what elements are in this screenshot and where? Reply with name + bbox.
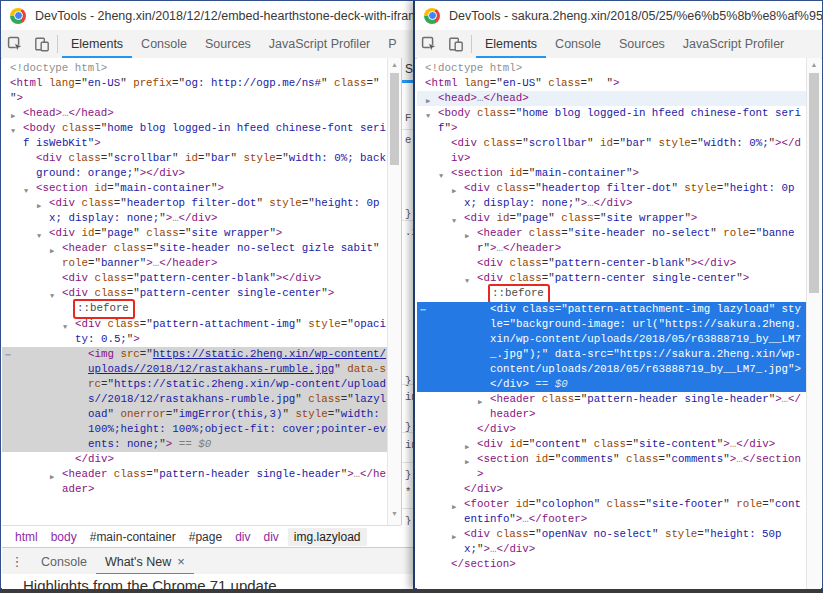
dom-tree-line[interactable]: ▼<section id="main-container"> bbox=[417, 166, 806, 181]
dom-tree-line[interactable]: <html lang="en-US" prefix="og: http://og… bbox=[2, 76, 387, 106]
code-token: </head> bbox=[68, 107, 113, 119]
expand-arrow-icon[interactable]: ▶ bbox=[452, 500, 456, 515]
close-icon[interactable]: × bbox=[177, 557, 185, 567]
code-token: pattern-attachment-img bbox=[153, 318, 296, 330]
code-token: class bbox=[477, 107, 509, 119]
expand-arrow-icon[interactable]: ▶ bbox=[465, 229, 469, 244]
inspect-element-button[interactable] bbox=[415, 30, 442, 58]
expand-arrow-icon[interactable]: ▶ bbox=[478, 395, 482, 410]
code-token: </div> bbox=[697, 257, 736, 269]
code-token: class bbox=[561, 212, 593, 224]
code-token: > bbox=[451, 122, 457, 134]
dom-tree-line[interactable]: ▶<header class="site-header no-select gi… bbox=[2, 241, 387, 271]
tab-javascript-profiler[interactable]: JavaScript Profiler bbox=[674, 30, 793, 58]
dom-tree-line[interactable]: ▶<div class="headertop filter-dot" style… bbox=[417, 181, 806, 211]
dom-tree-line[interactable]: ▼<section id="main-container"> bbox=[2, 181, 387, 196]
dom-tree-line[interactable]: ▶<div class="headertop filter-dot" style… bbox=[2, 196, 387, 226]
code-token: page bbox=[522, 212, 548, 224]
dom-tree-line[interactable]: ▶<section id="comments" class="comments"… bbox=[417, 452, 806, 482]
dom-tree-line[interactable]: ::before bbox=[2, 301, 387, 317]
code-token: id bbox=[496, 212, 509, 224]
expand-arrow-icon[interactable]: ▶ bbox=[50, 470, 54, 485]
dom-tree-line[interactable]: ▼<div class="pattern-center single-cente… bbox=[417, 271, 806, 286]
collapse-arrow-icon[interactable]: ▼ bbox=[11, 124, 15, 139]
tab-sources[interactable]: Sources bbox=[610, 30, 674, 58]
code-token: <header bbox=[62, 242, 107, 254]
code-token: =" bbox=[302, 197, 315, 209]
tab-javascript-profiler[interactable]: JavaScript Profiler bbox=[260, 30, 379, 58]
expand-arrow-icon[interactable]: ▶ bbox=[452, 184, 456, 199]
tab-console[interactable]: Console bbox=[32, 548, 96, 575]
dom-tree-line[interactable]: ▶<header class="pattern-header single-he… bbox=[2, 467, 387, 497]
expand-arrow-icon[interactable]: ▶ bbox=[37, 199, 41, 214]
tab-sources[interactable]: Sources bbox=[196, 30, 260, 58]
collapse-arrow-icon[interactable]: ▼ bbox=[426, 109, 430, 124]
code-token: style bbox=[308, 318, 340, 330]
dom-tree-line[interactable]: ▶<div id="content" class="site-content">… bbox=[417, 437, 806, 452]
dom-tree-line[interactable]: ⋯<div class="pattern-attachment-img lazy… bbox=[417, 302, 806, 392]
code-token: pattern-center single-center bbox=[140, 287, 321, 299]
styles-pane-fragment: } bbox=[405, 469, 411, 481]
dom-tree-line[interactable]: </section> bbox=[417, 557, 806, 572]
breadcrumb-item[interactable]: img.lazyload bbox=[288, 528, 367, 546]
dom-tree-line[interactable]: </div> bbox=[417, 422, 806, 437]
scroll-up-icon[interactable]: ▲ bbox=[388, 61, 401, 68]
breadcrumb-item[interactable]: html bbox=[15, 530, 38, 544]
dom-tree-line[interactable]: ▼<div id="page" class="site wrapper"> bbox=[417, 211, 806, 226]
tab-label: Sources bbox=[619, 37, 665, 51]
dom-tree-line[interactable]: </div> bbox=[2, 452, 387, 467]
dom-tree-line[interactable]: <!doctype html> bbox=[2, 61, 387, 76]
dom-tree-line[interactable]: <!doctype html> bbox=[417, 61, 806, 76]
dom-tree-line[interactable]: ⋯<img src="https://static.2heng.xin/wp-c… bbox=[2, 347, 387, 452]
tab-elements[interactable]: Elements bbox=[62, 30, 132, 58]
scroll-up-icon[interactable]: ▲ bbox=[807, 61, 821, 68]
tab-styles-partial[interactable]: S bbox=[405, 62, 413, 76]
dom-tree-line[interactable]: <div class="pattern-center-blank"></div> bbox=[417, 256, 806, 271]
dom-tree-line[interactable]: ▼<div class="pattern-attachment-img" sty… bbox=[2, 317, 387, 347]
code-token: =" bbox=[341, 318, 354, 330]
tab-what-s-new[interactable]: What's New× bbox=[96, 548, 194, 575]
breadcrumb-item[interactable]: body bbox=[51, 530, 77, 544]
expand-arrow-icon[interactable]: ▶ bbox=[50, 244, 54, 259]
code-token: " bbox=[172, 152, 185, 164]
left-tree-scrollbar[interactable]: ▲ ▼ bbox=[387, 58, 401, 525]
breadcrumb-item[interactable]: div bbox=[235, 530, 250, 544]
tab-p[interactable]: P bbox=[379, 30, 405, 58]
right-tree-scrollbar[interactable]: ▲ bbox=[806, 58, 821, 589]
dom-tree-line[interactable]: <div class="pattern-center-blank"></div> bbox=[2, 271, 387, 286]
dom-tree-line[interactable]: ::before bbox=[417, 286, 806, 302]
dom-tree-line[interactable]: ▶<div class="openNav no-select" style="h… bbox=[417, 527, 806, 557]
scrollbar-thumb[interactable] bbox=[809, 73, 819, 293]
scrollbar-thumb[interactable] bbox=[390, 73, 399, 165]
code-token: </div> bbox=[75, 453, 114, 465]
expand-arrow-icon[interactable]: ▶ bbox=[465, 455, 469, 470]
drawer-menu-icon[interactable]: ⋮ bbox=[2, 548, 32, 575]
dom-tree-line[interactable]: <div class="scrollbar" id="bar" style="w… bbox=[2, 151, 387, 181]
dom-tree-line[interactable]: ▼<body class="home blog logged-in hfeed … bbox=[417, 106, 806, 136]
code-token: <div bbox=[451, 137, 477, 149]
dom-tree-line[interactable]: <div class="scrollbar" id="bar" style="w… bbox=[417, 136, 806, 166]
tab-console[interactable]: Console bbox=[546, 30, 610, 58]
tab-console[interactable]: Console bbox=[132, 30, 196, 58]
device-toolbar-button[interactable] bbox=[28, 30, 55, 58]
breadcrumb-item[interactable]: #page bbox=[189, 530, 222, 544]
dom-tree-line[interactable]: ▶<header class="pattern-header single-he… bbox=[417, 392, 806, 422]
breadcrumb-item[interactable]: #main-container bbox=[90, 530, 176, 544]
scroll-down-icon[interactable]: ▼ bbox=[388, 510, 401, 517]
tab-elements[interactable]: Elements bbox=[476, 30, 546, 58]
dom-tree-line[interactable]: ▶<footer id="colophon" class="site-foote… bbox=[417, 497, 806, 527]
breadcrumb-item[interactable]: div bbox=[263, 530, 278, 544]
dom-tree-line[interactable]: ▼<body class="home blog logged-in hfeed … bbox=[2, 121, 387, 151]
code-token: =" bbox=[639, 498, 652, 510]
dom-tree-line[interactable]: ▶<head>…</head> bbox=[2, 106, 387, 121]
dom-tree-line[interactable]: ▼<div id="page" class="site wrapper"> bbox=[2, 226, 387, 241]
device-toolbar-button[interactable] bbox=[442, 30, 469, 58]
dom-tree-line[interactable]: ▶<head>…</head> bbox=[417, 91, 806, 106]
inspect-element-button[interactable] bbox=[1, 30, 28, 58]
dom-tree-line[interactable]: </div> bbox=[417, 482, 806, 497]
dom-tree-line[interactable]: ▼<div class="pattern-center single-cente… bbox=[2, 286, 387, 301]
dom-tree-line[interactable]: <html lang="en-US" class=" "> bbox=[417, 76, 806, 91]
collapse-arrow-icon[interactable]: ▼ bbox=[63, 320, 67, 335]
dom-tree-line[interactable]: ▶<header class="site-header no-select" r… bbox=[417, 226, 806, 256]
expand-arrow-icon[interactable]: ▶ bbox=[452, 530, 456, 545]
